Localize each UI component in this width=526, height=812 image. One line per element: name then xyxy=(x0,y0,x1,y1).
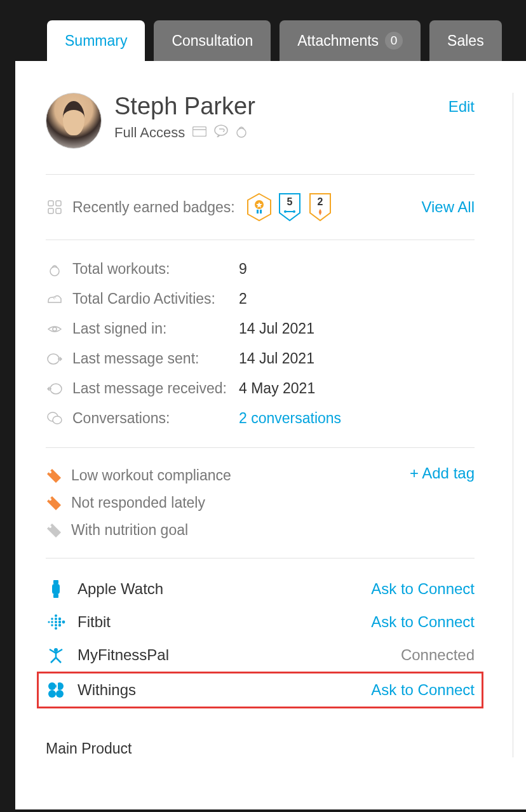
svg-point-23 xyxy=(49,471,51,473)
ask-to-connect-link[interactable]: Ask to Connect xyxy=(371,613,475,631)
svg-point-25 xyxy=(49,525,51,528)
svg-line-16 xyxy=(53,298,55,299)
view-all-link[interactable]: View All xyxy=(421,198,475,216)
svg-point-15 xyxy=(50,267,59,276)
tab-consultation[interactable]: Consultation xyxy=(154,20,271,61)
svg-rect-27 xyxy=(53,580,58,584)
edit-link[interactable]: Edit xyxy=(448,98,475,116)
stat-conversations: Conversations: 2 conversations xyxy=(46,403,475,433)
tag-icon xyxy=(46,468,62,484)
svg-rect-49 xyxy=(57,683,58,689)
tag-row[interactable]: With nutrition goal xyxy=(46,517,475,544)
integration-apple-watch: Apple Watch Ask to Connect xyxy=(46,572,475,606)
integration-fitbit: Fitbit Ask to Connect xyxy=(46,606,475,639)
conversations-icon xyxy=(46,412,64,426)
chat-icon xyxy=(214,125,228,140)
card-icon xyxy=(192,125,206,140)
badge-3-value: 2 xyxy=(317,196,323,207)
svg-point-50 xyxy=(48,690,56,698)
conversations-link[interactable]: 2 conversations xyxy=(239,410,341,427)
stat-value: 9 xyxy=(239,261,247,278)
stat-value: 4 May 2021 xyxy=(239,380,315,397)
add-tag-link[interactable]: + Add tag xyxy=(410,464,475,482)
ask-to-connect-link[interactable]: Ask to Connect xyxy=(371,681,475,699)
summary-panel: Steph Parker Full Access Edit xyxy=(15,61,526,809)
tag-label: Low workout compliance xyxy=(71,467,231,484)
badges-list: 5 2 xyxy=(246,193,333,222)
svg-point-2 xyxy=(215,125,227,135)
badge-workouts[interactable]: 5 xyxy=(277,193,302,222)
svg-point-20 xyxy=(50,384,62,394)
tags-section: + Add tag Low workout compliance Not res… xyxy=(46,448,475,558)
myfitnesspal-icon xyxy=(46,645,66,665)
svg-rect-7 xyxy=(56,208,61,213)
svg-rect-6 xyxy=(48,208,53,213)
svg-rect-10 xyxy=(257,210,259,213)
message-in-icon xyxy=(46,382,64,395)
stat-label: Last signed in: xyxy=(72,320,166,337)
tabs: Summary Consultation Attachments 0 Sales xyxy=(15,0,526,61)
stat-cardio: Total Cardio Activities: 2 xyxy=(46,284,475,314)
message-out-icon xyxy=(46,353,64,365)
stat-value: 14 Jul 2021 xyxy=(239,350,314,367)
integration-label: Withings xyxy=(78,681,136,699)
svg-point-22 xyxy=(53,416,62,424)
tab-summary[interactable]: Summary xyxy=(47,20,145,61)
stat-msg-recv: Last message received: 4 May 2021 xyxy=(46,374,475,403)
svg-point-19 xyxy=(48,354,59,364)
tag-icon xyxy=(46,522,62,539)
svg-point-30 xyxy=(51,618,53,620)
badges-section: Recently earned badges: 5 2 View All xyxy=(46,175,475,240)
svg-line-17 xyxy=(55,297,56,298)
shoe-icon xyxy=(46,294,64,305)
svg-rect-4 xyxy=(48,201,53,206)
ask-to-connect-link[interactable]: Ask to Connect xyxy=(371,580,475,598)
integration-myfitnesspal: MyFitnessPal Connected xyxy=(46,639,475,672)
svg-point-37 xyxy=(55,627,57,630)
tab-attachments[interactable]: Attachments 0 xyxy=(280,20,421,61)
tab-sales[interactable]: Sales xyxy=(429,20,502,61)
stat-value: 14 Jul 2021 xyxy=(239,320,314,337)
badge-2-value: 5 xyxy=(287,196,292,207)
stat-label: Total Cardio Activities: xyxy=(72,290,215,308)
profile-name: Steph Parker xyxy=(114,93,255,120)
apple-watch-icon xyxy=(46,579,66,599)
main-product-label: Main Product xyxy=(46,740,132,757)
svg-point-38 xyxy=(58,618,61,620)
svg-point-36 xyxy=(55,624,57,626)
integration-label: Fitbit xyxy=(78,613,111,631)
tab-attachments-label: Attachments xyxy=(297,32,379,50)
svg-rect-0 xyxy=(193,127,206,137)
tag-row[interactable]: Not responded lately xyxy=(46,489,475,517)
svg-point-40 xyxy=(58,624,61,626)
integration-label: MyFitnessPal xyxy=(78,646,169,664)
svg-rect-5 xyxy=(56,201,61,206)
stat-label: Total workouts: xyxy=(72,261,170,278)
tag-icon xyxy=(46,495,62,511)
svg-rect-11 xyxy=(260,210,262,213)
badges-label: Recently earned badges: xyxy=(72,199,235,216)
svg-point-42 xyxy=(54,648,58,652)
svg-line-47 xyxy=(56,658,61,663)
svg-rect-28 xyxy=(53,594,58,598)
stat-msg-sent: Last message sent: 14 Jul 2021 xyxy=(46,344,475,374)
fitbit-icon xyxy=(46,612,66,632)
badge-star[interactable] xyxy=(246,193,272,222)
kettlebell-icon xyxy=(236,124,247,141)
integration-withings: Withings Ask to Connect xyxy=(37,672,483,708)
svg-point-29 xyxy=(48,621,50,623)
footer-section: Main Product xyxy=(46,722,475,757)
stats-section: Total workouts: 9 Total Cardio Activitie… xyxy=(46,240,475,447)
svg-point-24 xyxy=(49,498,51,501)
withings-icon xyxy=(46,680,66,700)
stat-workouts: Total workouts: 9 xyxy=(46,254,475,284)
stat-signin: Last signed in: 14 Jul 2021 xyxy=(46,314,475,344)
stat-value: 2 xyxy=(239,290,247,308)
svg-point-48 xyxy=(48,682,56,690)
svg-point-33 xyxy=(55,614,57,617)
svg-rect-26 xyxy=(52,584,60,594)
avatar[interactable] xyxy=(46,93,102,149)
badge-streak[interactable]: 2 xyxy=(307,193,333,222)
profile-access-label: Full Access xyxy=(114,125,185,141)
connected-status: Connected xyxy=(401,646,475,664)
